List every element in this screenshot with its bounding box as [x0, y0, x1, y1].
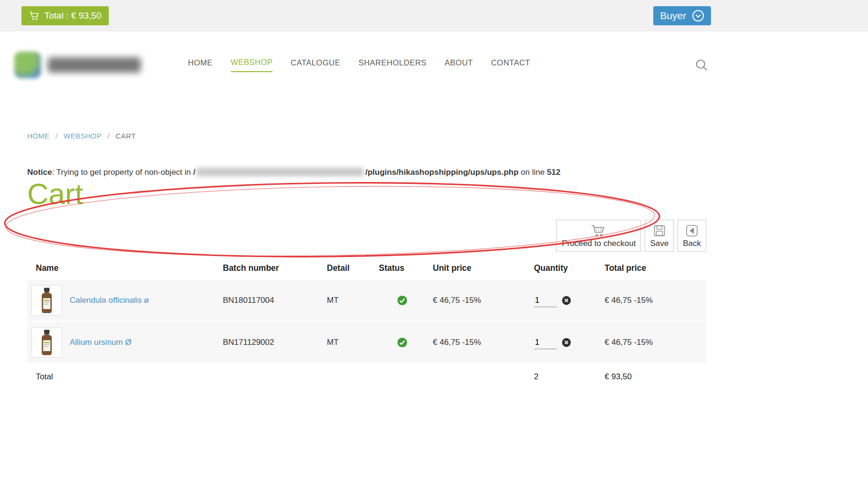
checkout-cart-icon — [590, 224, 607, 237]
search-icon — [695, 58, 708, 72]
breadcrumb-separator: / — [55, 132, 58, 140]
site-header: HOME WEBSHOP CATALOGUE SHAREHOLDERS ABOU… — [0, 32, 868, 98]
buyer-menu-button[interactable]: Buyer — [653, 6, 711, 25]
batch-number: BN171129002 — [223, 338, 327, 347]
redacted-server-path — [197, 168, 364, 176]
detail-value: MT — [327, 338, 379, 347]
cart-icon — [29, 11, 40, 21]
search-button[interactable] — [695, 58, 708, 72]
footer-total-label: Total — [27, 372, 223, 382]
quantity-input[interactable] — [534, 294, 557, 307]
breadcrumb-separator: / — [107, 132, 110, 140]
cart-actions: Proceed to checkout Save Back — [27, 220, 706, 252]
detail-value: MT — [327, 296, 379, 305]
logo-text-blurred — [48, 57, 141, 73]
main-nav: HOME WEBSHOP CATALOGUE SHAREHOLDERS ABOU… — [188, 58, 530, 72]
nav-item-contact[interactable]: CONTACT — [491, 58, 530, 72]
main-content: HOME / WEBSHOP / CART Notice: Trying to … — [0, 132, 868, 390]
cart-table-header: Name Batch number Detail Status Unit pri… — [27, 259, 706, 280]
cart-total-label: Total : € 93,50 — [44, 11, 101, 21]
unit-price: € 46,75 -15% — [433, 296, 534, 305]
buyer-label: Buyer — [660, 10, 686, 21]
nav-item-about[interactable]: ABOUT — [445, 58, 473, 72]
header-batch-number: Batch number — [223, 263, 327, 273]
row-total-price: € 46,75 -15% — [605, 338, 706, 347]
save-button[interactable]: Save — [645, 220, 674, 252]
nav-item-catalogue[interactable]: CATALOGUE — [291, 58, 340, 72]
save-floppy-icon — [652, 224, 667, 237]
product-image[interactable] — [31, 285, 62, 316]
breadcrumb-current: CART — [115, 132, 136, 140]
site-logo[interactable] — [14, 52, 148, 78]
logo-mark-blurred — [14, 52, 41, 78]
notice-line-number: 512 — [547, 168, 560, 177]
cart-table-footer: Total 2 € 93,50 — [27, 364, 706, 390]
header-name: Name — [27, 263, 223, 273]
nav-item-shareholders[interactable]: SHAREHOLDERS — [358, 58, 427, 72]
status-ok-icon — [397, 337, 433, 348]
cart-total-button[interactable]: Total : € 93,50 — [21, 6, 109, 25]
proceed-to-checkout-label: Proceed to checkout — [562, 239, 636, 248]
row-total-price: € 46,75 -15% — [605, 296, 706, 305]
header-detail: Detail — [327, 263, 379, 273]
cart-table: Name Batch number Detail Status Unit pri… — [27, 259, 706, 390]
footer-total-quantity: 2 — [534, 372, 605, 382]
notice-slash: / — [193, 168, 196, 177]
product-image[interactable] — [31, 327, 62, 358]
top-bar: Total : € 93,50 Buyer — [0, 0, 868, 32]
header-unit-price: Unit price — [433, 263, 534, 273]
chevron-down-icon — [692, 10, 704, 22]
remove-item-button[interactable] — [562, 338, 571, 347]
product-link[interactable]: Allium ursinum Ø — [70, 338, 131, 347]
back-icon — [685, 224, 699, 237]
page-title: Cart — [27, 178, 868, 209]
notice-message: : Trying to get property of non-object i… — [52, 168, 193, 177]
save-label: Save — [650, 239, 669, 248]
quantity-input[interactable] — [534, 336, 557, 349]
nav-item-home[interactable]: HOME — [188, 58, 213, 72]
unit-price: € 46,75 -15% — [433, 338, 534, 347]
back-button[interactable]: Back — [678, 220, 706, 252]
header-total-price: Total price — [605, 263, 706, 273]
breadcrumb-webshop[interactable]: WEBSHOP — [63, 132, 101, 140]
breadcrumb: HOME / WEBSHOP / CART — [27, 132, 868, 140]
notice-path: /plugins/hikashopshipping/ups/ups.php — [365, 168, 518, 177]
breadcrumb-home[interactable]: HOME — [27, 132, 50, 140]
footer-total-price: € 93,50 — [605, 372, 706, 382]
notice-label: Notice — [27, 168, 52, 177]
header-status: Status — [379, 263, 433, 273]
back-label: Back — [683, 239, 701, 248]
nav-item-webshop[interactable]: WEBSHOP — [231, 58, 273, 72]
notice-on-line: on line — [519, 168, 547, 177]
proceed-to-checkout-button[interactable]: Proceed to checkout — [556, 220, 641, 252]
table-row: Allium ursinum Ø BN171129002 MT € 46,75 … — [27, 322, 706, 363]
batch-number: BN180117004 — [223, 296, 327, 305]
table-row: Calendula officinalis ø BN180117004 MT €… — [27, 280, 706, 321]
remove-item-button[interactable] — [562, 296, 571, 305]
header-quantity: Quantity — [534, 263, 605, 273]
product-link[interactable]: Calendula officinalis ø — [70, 296, 149, 305]
status-ok-icon — [397, 295, 433, 306]
php-notice: Notice: Trying to get property of non-ob… — [27, 168, 868, 177]
